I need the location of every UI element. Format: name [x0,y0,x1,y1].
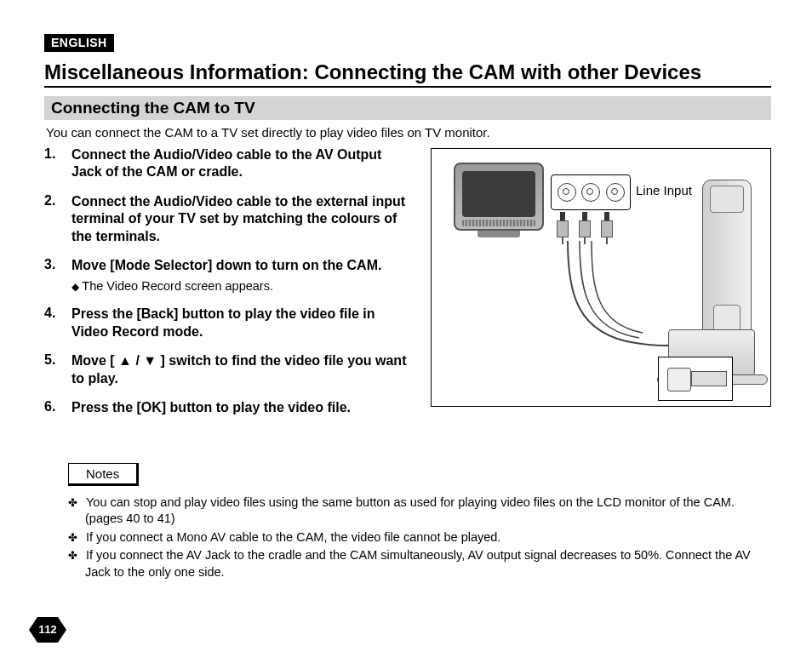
jack-red-icon [606,183,625,202]
content-row: 1. Connect the Audio/Video cable to the … [44,146,771,429]
notes-label: Notes [68,463,139,486]
step-number: 3. [44,257,71,272]
jack-white-icon [581,183,600,202]
language-badge: ENGLISH [44,34,114,52]
step-sub: The Video Record screen appears. [71,278,381,294]
tv-icon [454,163,544,241]
step-text: Move [Mode Selector] down to turn on the… [71,257,381,294]
step-text: Connect the Audio/Video cable to the AV … [71,146,415,181]
notes-section: Notes You can stop and play video files … [68,463,771,581]
step-text: Move [ ▲ / ▼ ] switch to find the video … [71,352,415,387]
intro-text: You can connect the CAM to a TV set dire… [46,125,771,140]
figure-column: Line Input [431,148,771,407]
page-number-badge: 112 [29,617,66,643]
step-6: 6. Press the [OK] button to play the vid… [44,399,415,416]
step-1: 1. Connect the Audio/Video cable to the … [44,146,415,181]
step-text: Press the [OK] button to play the video … [71,399,351,416]
av-port-icon [667,368,691,392]
mini-plug-icon [691,371,727,386]
notes-list: You can stop and play video files using … [68,494,771,581]
connection-diagram: Line Input [431,148,771,407]
step-3: 3. Move [Mode Selector] down to turn on … [44,257,415,294]
inset-detail [658,357,733,401]
page-number: 112 [39,624,57,636]
note-item: If you connect the AV Jack to the cradle… [68,547,771,580]
step-number: 2. [44,193,71,209]
av-plugs [556,212,614,241]
av-jack-panel [551,174,631,210]
steps-list: 1. Connect the Audio/Video cable to the … [44,146,415,417]
step-text: Connect the Audio/Video cable to the ext… [71,193,415,245]
step-number: 6. [44,399,71,414]
plug-icon [578,212,592,241]
note-item: If you connect a Mono AV cable to the CA… [68,529,771,546]
note-item: You can stop and play video files using … [68,494,771,528]
page-title: Miscellaneous Information: Connecting th… [44,60,771,88]
step-number: 4. [44,306,71,321]
step-5: 5. Move [ ▲ / ▼ ] switch to find the vid… [44,352,415,387]
step-2: 2. Connect the Audio/Video cable to the … [44,193,415,245]
jack-yellow-icon [558,183,576,202]
manual-page: ENGLISH Miscellaneous Information: Conne… [0,0,812,663]
step-number: 5. [44,352,71,368]
section-title: Connecting the CAM to TV [44,96,771,120]
step-number: 1. [44,146,71,162]
plug-icon [600,212,614,241]
steps-column: 1. Connect the Audio/Video cable to the … [44,146,431,429]
step-text: Press the [Back] button to play the vide… [71,306,415,340]
step-4: 4. Press the [Back] button to play the v… [44,306,415,340]
step-main: Move [Mode Selector] down to turn on the… [71,258,381,272]
plug-icon [556,212,569,241]
camcorder-icon [702,180,752,348]
